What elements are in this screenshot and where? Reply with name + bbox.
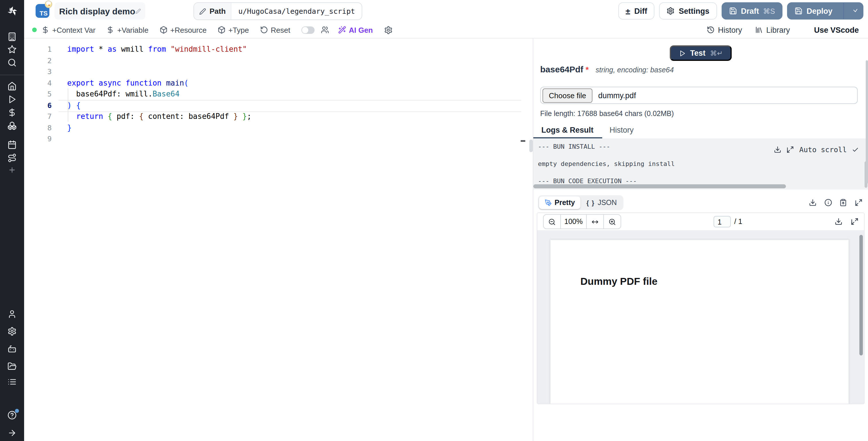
panel-scrollbar[interactable] bbox=[865, 60, 868, 184]
pdf-viewer[interactable]: Dummy PDF file bbox=[537, 230, 864, 404]
add-variable-button[interactable]: +Variable bbox=[106, 26, 149, 34]
save-icon bbox=[795, 7, 803, 15]
folders-icon[interactable] bbox=[7, 362, 17, 371]
pdf-scrollbar[interactable] bbox=[859, 235, 863, 355]
tab-history[interactable]: History bbox=[601, 126, 642, 138]
pretty-view-button[interactable]: Pretty bbox=[539, 196, 581, 209]
ai-gen-button[interactable]: AI Gen bbox=[338, 26, 373, 34]
code-text: export async function main( bbox=[52, 79, 189, 87]
favorites-star-icon[interactable] bbox=[7, 45, 17, 54]
expand-logs-icon[interactable] bbox=[786, 146, 794, 153]
script-title-input[interactable]: Rich display demo bbox=[55, 2, 145, 20]
download-pdf-icon[interactable] bbox=[835, 218, 842, 226]
help-button[interactable] bbox=[7, 411, 17, 420]
code-editor[interactable]: 1import * as wmill from "windmill-client… bbox=[24, 38, 530, 441]
fit-width-icon bbox=[591, 218, 599, 225]
library-icon bbox=[755, 26, 763, 34]
choose-file-button[interactable]: Choose file bbox=[542, 88, 592, 102]
logs-horizontal-scrollbar[interactable] bbox=[533, 184, 786, 188]
workspace-building-icon[interactable] bbox=[7, 32, 17, 41]
file-input[interactable]: Choose file dummy.pdf bbox=[540, 87, 858, 104]
json-view-button[interactable]: { } JSON bbox=[581, 196, 623, 209]
code-text: base64Pdf: wmill.Base64 bbox=[52, 90, 179, 98]
download-result-icon[interactable] bbox=[809, 199, 817, 206]
zoom-level: 100% bbox=[561, 217, 586, 226]
use-vscode-button[interactable]: Use VScode bbox=[803, 26, 859, 34]
draft-button[interactable]: Draft ⌘S bbox=[721, 2, 782, 20]
code-line[interactable]: 4export async function main( bbox=[24, 77, 529, 88]
logs-panel[interactable]: --- BUN INSTALL ---empty dependencies, s… bbox=[533, 138, 868, 189]
code-line[interactable]: 1import * as wmill from "windmill-client… bbox=[24, 43, 529, 55]
user-icon[interactable] bbox=[7, 310, 17, 319]
add-plus-icon[interactable] bbox=[8, 166, 16, 174]
expand-result-icon[interactable] bbox=[855, 199, 862, 206]
code-line[interactable]: 2 bbox=[24, 55, 529, 66]
home-icon[interactable] bbox=[7, 82, 17, 91]
fit-width-button[interactable] bbox=[587, 215, 603, 229]
resources-boxes-icon[interactable] bbox=[7, 121, 17, 130]
tab-logs-result[interactable]: Logs & Result bbox=[533, 126, 601, 138]
variables-dollar-icon[interactable] bbox=[7, 108, 17, 117]
code-line[interactable]: 9 bbox=[24, 133, 529, 144]
diff-button[interactable]: ± Diff bbox=[618, 2, 654, 20]
splitter-handle[interactable] bbox=[529, 140, 533, 152]
deploy-separator bbox=[843, 3, 844, 19]
play-icon bbox=[679, 50, 685, 57]
pdf-page: Dummy PDF file bbox=[550, 239, 849, 404]
flows-route-icon[interactable] bbox=[7, 153, 17, 163]
code-line[interactable]: 6) { bbox=[24, 99, 529, 111]
info-icon[interactable] bbox=[824, 199, 832, 206]
runs-play-icon[interactable] bbox=[7, 95, 17, 104]
page-number-input[interactable]: 1 bbox=[714, 216, 731, 227]
pdf-toolbar: 100% 1 / 1 bbox=[537, 213, 864, 231]
editor-toolbar: +Context Var +Variable +Resource +Type R… bbox=[24, 22, 868, 38]
add-type-button[interactable]: +Type bbox=[218, 26, 249, 34]
check-icon[interactable] bbox=[852, 146, 859, 153]
package-icon bbox=[159, 26, 167, 34]
library-button[interactable]: Library bbox=[755, 26, 790, 34]
collapse-arrow-icon[interactable] bbox=[7, 429, 17, 438]
argument-row: base64Pdf * string, encoding: base64 bbox=[540, 64, 674, 74]
schedules-calendar-icon[interactable] bbox=[7, 140, 17, 149]
sidebar bbox=[0, 0, 24, 441]
sidebar-divider bbox=[0, 75, 24, 75]
reset-button[interactable]: Reset bbox=[260, 26, 290, 34]
code-line[interactable]: 8} bbox=[24, 122, 529, 133]
code-text: return { pdf: { content: base64Pdf } }; bbox=[52, 112, 251, 121]
expand-pdf-icon[interactable] bbox=[850, 218, 858, 226]
path-value[interactable]: u/HugoCasa/legendary_script bbox=[231, 7, 362, 16]
line-number: 5 bbox=[24, 90, 52, 98]
edit-path-pencil-icon[interactable] bbox=[199, 8, 206, 14]
history-button[interactable]: History bbox=[706, 26, 742, 34]
add-context-var-button[interactable]: +Context Var bbox=[41, 26, 96, 34]
test-button[interactable]: Test ⌘↵ bbox=[670, 46, 732, 61]
multiplayer-toggle[interactable] bbox=[301, 26, 314, 34]
notification-dot bbox=[15, 409, 19, 413]
history-clock-icon bbox=[706, 26, 714, 34]
settings-button[interactable]: Settings bbox=[659, 2, 717, 20]
search-icon[interactable] bbox=[7, 58, 17, 67]
audit-logs-list-icon[interactable] bbox=[7, 377, 17, 386]
multiplayer-group bbox=[301, 26, 329, 34]
toolbar-right: History Library Use VScode bbox=[706, 26, 859, 34]
zoom-out-button[interactable] bbox=[544, 215, 560, 229]
script-title: Rich display demo bbox=[59, 6, 135, 16]
line-number: 8 bbox=[24, 123, 52, 132]
edit-title-pencil-icon[interactable] bbox=[135, 7, 141, 14]
path-chip[interactable]: Path u/HugoCasa/legendary_script bbox=[193, 2, 363, 20]
pane-splitter[interactable] bbox=[529, 38, 533, 441]
deploy-button[interactable]: Deploy bbox=[787, 3, 839, 19]
code-line[interactable]: 7 return { pdf: { content: base64Pdf } }… bbox=[24, 111, 529, 122]
settings-gear-icon[interactable] bbox=[7, 327, 17, 336]
add-resource-button[interactable]: +Resource bbox=[159, 26, 206, 34]
workers-robot-icon[interactable] bbox=[7, 344, 17, 353]
download-logs-icon[interactable] bbox=[774, 146, 781, 153]
code-line[interactable]: 5 base64Pdf: wmill.Base64 bbox=[24, 88, 529, 99]
windmill-logo-icon[interactable] bbox=[6, 5, 18, 17]
zoom-in-button[interactable] bbox=[604, 215, 621, 229]
log-line: empty dependencies, skipping install bbox=[533, 156, 868, 173]
editor-settings-gear-icon[interactable] bbox=[384, 26, 392, 34]
deploy-dropdown-button[interactable] bbox=[848, 3, 863, 19]
copy-result-icon[interactable] bbox=[839, 199, 847, 206]
code-line[interactable]: 3 bbox=[24, 66, 529, 77]
